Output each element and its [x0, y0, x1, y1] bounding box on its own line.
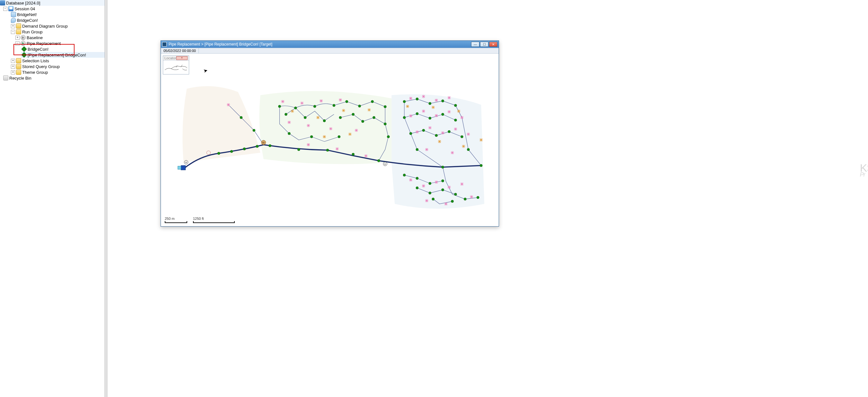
window-minimize-button[interactable]: —	[471, 42, 479, 47]
expand-toggle[interactable]: +	[11, 59, 15, 63]
svg-point-5	[240, 116, 243, 119]
collapse-toggle[interactable]: −	[3, 7, 7, 11]
node-label: Session 04	[14, 6, 35, 11]
svg-point-57	[455, 193, 457, 195]
viewer-titlebar[interactable]: Pipe Replacement > [Pipe Replacement] Br…	[161, 41, 499, 48]
svg-point-38	[429, 117, 431, 120]
svg-point-55	[429, 192, 431, 194]
scenario-icon	[22, 52, 27, 58]
node-label: Run Group	[22, 30, 43, 34]
tree-node-pipe-replacement[interactable]: − Pipe Replacement	[16, 40, 105, 46]
svg-text:M: M	[384, 163, 386, 165]
tree-node-baseline[interactable]: + Baseline	[16, 35, 105, 40]
svg-point-15	[285, 113, 287, 115]
svg-rect-62	[181, 166, 186, 170]
node-label: Stored Query Group	[22, 64, 60, 69]
tree-node-theme-group[interactable]: + Theme Group	[11, 69, 105, 75]
svg-point-0	[217, 152, 220, 155]
collapse-toggle[interactable]: −	[11, 30, 15, 34]
window-close-button[interactable]: ✕	[489, 42, 497, 47]
folder-icon	[16, 24, 21, 29]
svg-point-40	[455, 119, 457, 121]
viewer-title: Pipe Replacement > [Pipe Replacement] Br…	[168, 42, 470, 46]
svg-point-18	[339, 116, 342, 119]
folder-icon	[16, 70, 21, 75]
svg-point-60	[464, 198, 466, 200]
svg-point-26	[387, 135, 390, 138]
svg-point-30	[377, 160, 380, 162]
svg-point-13	[371, 100, 374, 103]
tree-node-database[interactable]: Database [2024.0]	[0, 0, 105, 6]
svg-point-36	[403, 116, 406, 119]
database-icon	[0, 0, 5, 5]
svg-point-58	[432, 198, 434, 200]
viewer-infobar: 05/02/2022 00:00:00	[161, 48, 499, 54]
tree-node-run-group[interactable]: − Run Group	[11, 29, 105, 35]
svg-point-17	[323, 120, 326, 122]
svg-point-16	[304, 116, 306, 119]
control-icon	[11, 18, 16, 23]
tree-node-child-pr-bridgecon[interactable]: [Pipe Replacement] BridgeCon!	[21, 52, 105, 58]
tree-node-selection-lists[interactable]: + Selection Lists	[11, 58, 105, 64]
svg-point-50	[403, 174, 406, 176]
svg-point-35	[455, 104, 457, 106]
expand-toggle[interactable]: +	[11, 65, 15, 69]
node-label: Demand Diagram Group	[22, 24, 68, 29]
map-canvas[interactable]: Locator × ➤	[161, 54, 499, 226]
svg-point-34	[441, 99, 444, 102]
svg-point-28	[326, 149, 329, 152]
node-label: Baseline	[27, 35, 43, 40]
svg-point-8	[294, 106, 297, 109]
folder-icon	[16, 58, 21, 63]
svg-point-22	[384, 123, 386, 125]
svg-point-61	[476, 196, 479, 199]
tree-node-session[interactable]: − Session 04	[3, 6, 105, 11]
svg-point-29	[352, 153, 354, 156]
tree-node-child-bridgecon[interactable]: BridgeCon!	[21, 46, 105, 52]
tree-node-demand-diagram-group[interactable]: + Demand Diagram Group	[11, 23, 105, 29]
network-icon	[11, 12, 16, 17]
node-label: BridgeCon!	[17, 18, 38, 23]
svg-text:M: M	[185, 161, 187, 164]
svg-point-47	[441, 166, 444, 168]
svg-point-44	[448, 130, 451, 133]
svg-point-25	[338, 135, 340, 138]
run-icon	[21, 41, 26, 46]
svg-point-12	[359, 105, 361, 107]
tree-node-bridgenet[interactable]: BridgeNet!	[11, 11, 105, 17]
svg-point-2	[243, 147, 246, 150]
source-node[interactable]: M	[178, 161, 188, 170]
viewer-app-icon	[162, 42, 167, 46]
svg-point-32	[416, 98, 418, 100]
svg-point-19	[352, 113, 354, 115]
svg-point-4	[269, 144, 271, 147]
svg-point-43	[435, 134, 438, 137]
scale-metric-label: 250 m	[165, 217, 187, 221]
folder-icon	[16, 64, 21, 69]
tree-node-recycle-bin[interactable]: Recycle Bin	[3, 75, 105, 81]
svg-point-52	[429, 182, 431, 185]
svg-point-23	[288, 132, 290, 135]
node-label: Selection Lists	[22, 58, 49, 63]
svg-point-31	[403, 100, 406, 103]
expand-toggle[interactable]: +	[16, 36, 20, 40]
svg-point-20	[362, 120, 364, 123]
map-viewer-window: Pipe Replacement > [Pipe Replacement] Br…	[161, 40, 499, 227]
expand-toggle[interactable]: +	[11, 24, 15, 28]
svg-point-37	[416, 112, 418, 115]
collapse-toggle[interactable]: −	[16, 41, 20, 45]
scale-bar-segment	[165, 221, 187, 223]
folder-icon	[16, 29, 21, 34]
svg-point-21	[373, 116, 375, 119]
scenario-icon	[22, 46, 27, 52]
expand-toggle[interactable]: +	[11, 70, 15, 74]
tree-node-bridgecon[interactable]: BridgeCon!	[11, 17, 105, 23]
svg-point-45	[461, 135, 463, 138]
window-maximize-button[interactable]: ☐	[480, 42, 489, 47]
svg-point-48	[467, 148, 469, 151]
meter-node[interactable]: M	[261, 140, 266, 145]
svg-point-14	[384, 105, 386, 108]
network-map[interactable]: M M M	[161, 54, 499, 226]
tree-node-stored-query-group[interactable]: + Stored Query Group	[11, 64, 105, 69]
svg-point-54	[416, 187, 418, 189]
